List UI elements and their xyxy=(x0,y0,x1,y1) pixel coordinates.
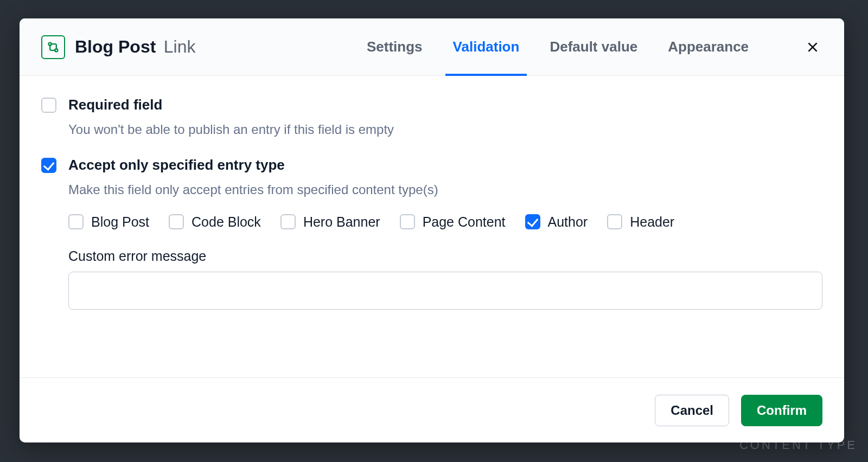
close-icon xyxy=(806,40,820,54)
type-option-header: Header xyxy=(607,214,674,230)
content-type-name: Blog Post xyxy=(75,37,156,56)
type-option-author: Author xyxy=(525,214,588,230)
accept-only-checkbox[interactable] xyxy=(41,158,56,173)
custom-error-input[interactable] xyxy=(68,272,822,310)
type-checkbox-blog-post[interactable] xyxy=(68,214,84,229)
type-checkbox-hero-banner[interactable] xyxy=(280,214,296,229)
confirm-button[interactable]: Confirm xyxy=(741,395,822,426)
type-label: Blog Post xyxy=(91,214,149,230)
type-checkbox-code-block[interactable] xyxy=(169,214,184,229)
type-label: Code Block xyxy=(192,214,261,230)
type-checkbox-page-content[interactable] xyxy=(400,214,415,229)
type-option-hero-banner: Hero Banner xyxy=(280,214,380,230)
custom-error-label: Custom error message xyxy=(68,248,822,264)
type-label: Hero Banner xyxy=(303,214,380,230)
type-option-blog-post: Blog Post xyxy=(68,214,149,230)
field-settings-modal: Blog Post Link Settings Validation Defau… xyxy=(20,18,844,442)
required-checkbox[interactable] xyxy=(41,98,56,113)
option-accept-only: Accept only specified entry type Make th… xyxy=(41,157,822,309)
modal-tabs: Settings Validation Default value Appear… xyxy=(367,18,749,75)
type-label: Header xyxy=(630,214,674,230)
tab-settings[interactable]: Settings xyxy=(367,18,423,75)
tab-default-value[interactable]: Default value xyxy=(550,18,637,75)
tab-validation[interactable]: Validation xyxy=(453,18,520,75)
accept-only-description: Make this field only accept entries from… xyxy=(68,181,822,198)
required-title: Required field xyxy=(68,97,394,113)
type-label: Author xyxy=(548,214,588,230)
type-option-page-content: Page Content xyxy=(400,214,506,230)
modal-body: Required field You won't be able to publ… xyxy=(20,76,844,377)
cancel-button[interactable]: Cancel xyxy=(655,395,729,426)
type-checkbox-header[interactable] xyxy=(607,214,622,229)
type-checkbox-author[interactable] xyxy=(525,214,540,229)
reference-field-icon xyxy=(41,35,65,59)
modal-header: Blog Post Link Settings Validation Defau… xyxy=(20,18,844,76)
modal-title: Blog Post Link xyxy=(75,37,195,57)
type-label: Page Content xyxy=(423,214,506,230)
type-option-code-block: Code Block xyxy=(169,214,261,230)
modal-title-wrap: Blog Post Link xyxy=(41,35,195,59)
field-name: Link xyxy=(164,37,196,56)
tab-appearance[interactable]: Appearance xyxy=(668,18,749,75)
modal-footer: Cancel Confirm xyxy=(20,377,844,442)
required-description: You won't be able to publish an entry if… xyxy=(68,121,394,138)
option-required-field: Required field You won't be able to publ… xyxy=(41,97,822,138)
content-types-row: Blog Post Code Block Hero Banner Page Co… xyxy=(68,214,822,230)
close-button[interactable] xyxy=(803,37,822,57)
accept-only-title: Accept only specified entry type xyxy=(68,157,822,174)
